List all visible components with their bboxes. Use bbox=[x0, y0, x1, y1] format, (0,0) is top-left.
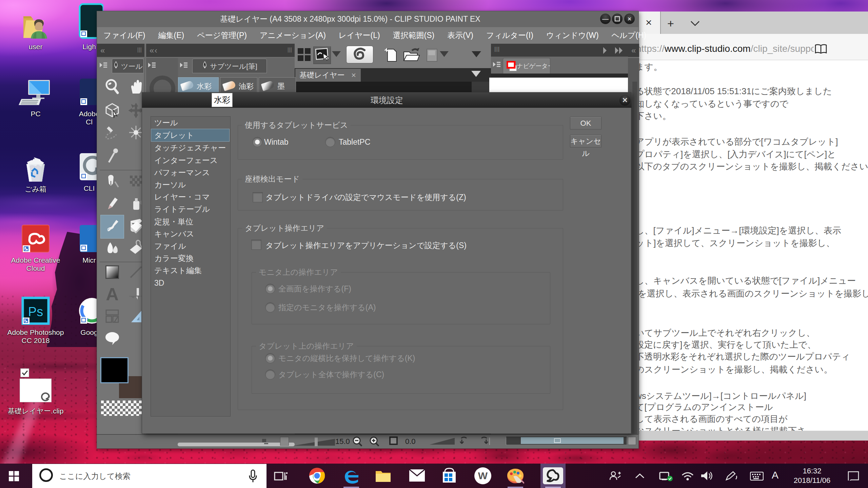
svg-text:Ps: Ps bbox=[28, 305, 43, 319]
